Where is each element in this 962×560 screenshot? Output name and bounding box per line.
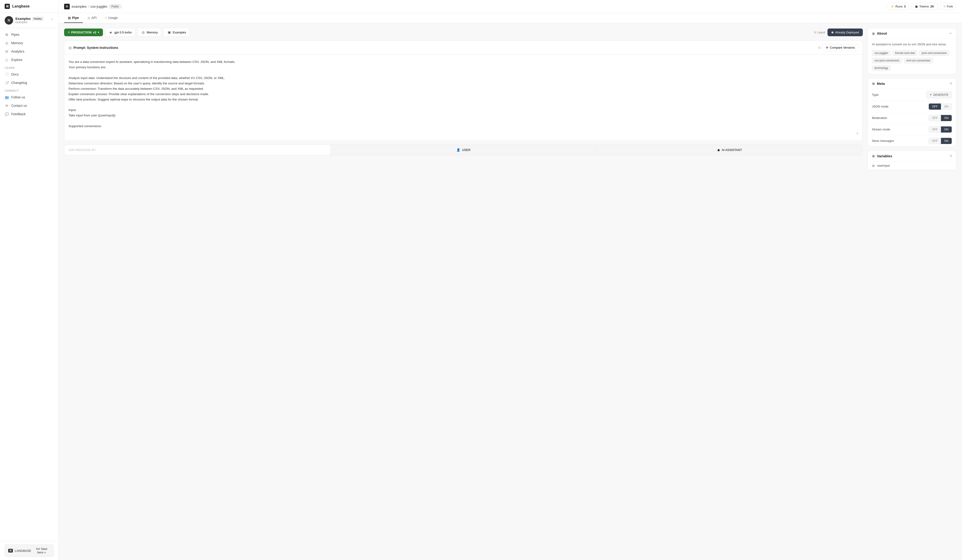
tokens-stat[interactable]: ▣ Tokens 2K [912, 3, 938, 10]
latest-icon: ℹ [814, 31, 815, 34]
moderation-on[interactable]: ON [941, 115, 952, 121]
meta-json-mode-row: JSON mode OFF ON [868, 101, 956, 113]
latest-button[interactable]: ℹ Latest [814, 31, 825, 34]
fork-button[interactable]: ⑂ Fork [940, 3, 956, 10]
model-icon: ◈ [109, 30, 113, 34]
ai-assistant-message-button[interactable]: ◉ AI ASSISTANT [596, 145, 863, 155]
meta-header: ▣ Meta ⧉ [868, 78, 956, 89]
tag-item: format-conv-bot [893, 50, 917, 56]
user-message-icon: 👤 [457, 148, 460, 152]
about-icon: ▣ [872, 32, 875, 35]
prompt-copy-icon[interactable]: ⧉ [818, 46, 820, 50]
workspace-label: examples [72, 5, 87, 8]
sidebar-item-follow-us[interactable]: 👥 Follow us [0, 93, 58, 101]
store-on[interactable]: ON [941, 138, 952, 144]
store-off[interactable]: OFF [929, 138, 941, 144]
avatar: ⌘ [5, 16, 13, 24]
runs-stat[interactable]: ⚡ Runs 3 [887, 3, 909, 10]
meta-copy-icon[interactable]: ⧉ [950, 82, 952, 85]
about-edit-icon[interactable]: ✏ [949, 32, 952, 35]
tag-item: csv-json-conversion [872, 58, 902, 63]
tag-item: xml-csv-conversion [904, 58, 933, 63]
variables-card: ▣ Variables ⧉ ▣ userInput [867, 151, 956, 170]
sidebar-item-feedback[interactable]: 💬 Feedback [0, 110, 58, 118]
meta-moderation-label: Moderation [872, 116, 926, 120]
main-area: ⌘ examples / csv-juggler Public ⚡ Runs 3… [58, 0, 962, 560]
memory-button[interactable]: ◎ Memory [137, 28, 161, 37]
variable-item: ▣ userInput [868, 161, 956, 170]
toolbar-right: ℹ Latest ◉ Already Deployed [814, 29, 863, 36]
stream-toggle[interactable]: OFF ON [928, 126, 952, 133]
visibility-badge: Public [109, 4, 122, 9]
tab-api[interactable]: ◎ API [84, 13, 101, 23]
json-mode-off[interactable]: OFF [929, 103, 941, 109]
examples-button[interactable]: ▣ Examples [163, 28, 189, 37]
memory-btn-icon: ◎ [141, 30, 145, 34]
sidebar-item-memory[interactable]: ◎ Memory [0, 39, 58, 47]
ai-message-icon: ◉ [717, 148, 720, 152]
sidebar-item-pipes[interactable]: ⊞ Pipes [0, 31, 58, 39]
start-here-button[interactable]: ⌘ LANGBASE Yo! Start here » [5, 545, 53, 557]
examples-btn-icon: ▣ [167, 30, 171, 34]
langbase-logo-icon: ⌘ [5, 4, 10, 9]
memory-icon: ◎ [5, 41, 9, 45]
account-expand-icon[interactable]: ⌃ [50, 18, 53, 23]
tokens-count: 2K [930, 5, 934, 8]
project-label: csv-juggler [90, 5, 107, 8]
sidebar-item-explore[interactable]: ◻ Explore [0, 56, 58, 64]
moderation-off[interactable]: OFF [929, 115, 941, 121]
json-mode-on[interactable]: ON [941, 103, 952, 109]
user-message-label: USER [462, 148, 470, 152]
user-message-button[interactable]: 👤 USER [330, 145, 597, 155]
model-selector-button[interactable]: ◈ gpt-3.5-turbo [105, 28, 135, 37]
sidebar-nav: ⊞ Pipes ◎ Memory ⊟ Analytics ◻ Explore L… [0, 28, 58, 541]
langbase-mini-icon: ⌘ [8, 549, 13, 552]
model-label: gpt-3.5-turbo [115, 31, 132, 34]
meta-type-row: Type ✦ GENERATE [868, 89, 956, 101]
prompt-card: ▤ Prompt: System Instructions ⧉ ⟳ Compar… [64, 40, 863, 141]
sidebar-item-docs[interactable]: 📄 Docs [0, 70, 58, 79]
sidebar-item-label: Contact us [11, 104, 27, 108]
runs-count: 3 [904, 5, 906, 8]
already-deployed-button[interactable]: ◉ Already Deployed [828, 29, 863, 36]
generate-button[interactable]: ✦ GENERATE [926, 92, 952, 98]
production-button[interactable]: PRODUCTION v2 ▾ [64, 29, 103, 36]
tab-pipe[interactable]: ▤ Pipe [64, 13, 83, 23]
fork-label: Fork [947, 5, 953, 8]
stream-off[interactable]: OFF [929, 126, 941, 132]
sidebar-logo-label: Langbase [12, 4, 30, 8]
deployed-icon: ◉ [831, 31, 834, 34]
tab-usage[interactable]: ≈ Usage [101, 13, 121, 23]
sidebar-item-changelog[interactable]: 📝 Changelog [0, 79, 58, 87]
runs-label: Runs [896, 5, 902, 8]
prompt-textarea[interactable] [69, 60, 859, 134]
about-body: AI assistant to convert csv to xml JSON … [868, 39, 956, 74]
json-mode-toggle[interactable]: OFF ON [928, 103, 952, 110]
sidebar-item-analytics[interactable]: ⊟ Analytics [0, 47, 58, 56]
variables-copy-icon[interactable]: ⧉ [950, 154, 952, 158]
tokens-icon: ▣ [915, 5, 918, 8]
compare-versions-button[interactable]: ⟳ Compare Versions [822, 44, 859, 51]
deployed-label: Already Deployed [835, 31, 859, 34]
account-sub: examples [15, 21, 48, 24]
variables-icon: ▣ [872, 154, 875, 158]
analytics-icon: ⊟ [5, 49, 9, 53]
stream-on[interactable]: ON [941, 126, 952, 132]
about-tags: csv-juggler format-conv-bot json-xml-con… [872, 50, 952, 71]
prompt-title: Prompt: System Instructions [73, 46, 817, 50]
store-toggle[interactable]: OFF ON [928, 138, 952, 144]
moderation-toggle[interactable]: OFF ON [928, 115, 952, 121]
account-section[interactable]: ⌘ Examples Hobby examples ⌃ [0, 13, 58, 28]
prompt-header: ▤ Prompt: System Instructions ⧉ ⟳ Compar… [65, 41, 863, 55]
meta-store-label: Store messages [872, 139, 926, 143]
tag-item: json-xml-conversion [919, 50, 949, 56]
production-label: PRODUCTION [71, 31, 92, 34]
examples-label: Examples [173, 31, 186, 34]
generate-icon: ✦ [930, 93, 932, 96]
changelog-icon: 📝 [5, 80, 9, 85]
compare-icon: ⟳ [826, 46, 828, 49]
sidebar-item-contact-us[interactable]: ✉ Contact us [0, 101, 58, 110]
learn-section-label: Learn [0, 64, 58, 70]
pipe-tab-icon: ▤ [68, 16, 71, 19]
about-header: ▣ About ✏ [868, 28, 956, 39]
